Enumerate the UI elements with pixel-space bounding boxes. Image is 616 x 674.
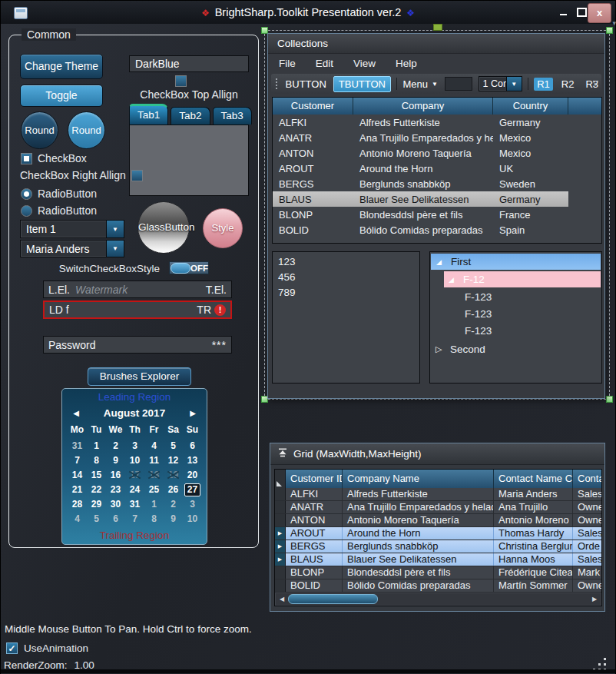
switch-knob[interactable] — [171, 263, 190, 274]
calendar-day[interactable]: 16 — [108, 469, 124, 482]
chevron-down-icon[interactable]: ▼ — [106, 221, 124, 237]
tree-item-leaf[interactable]: F-123 — [459, 323, 492, 339]
calendar-day[interactable]: 11 — [146, 454, 162, 467]
calendar-day[interactable]: 31 — [127, 498, 143, 511]
table-row[interactable]: ANTONAntonio Moreno TaqueríaMexico — [273, 145, 568, 161]
column-header-customer-id[interactable]: Customer ID — [286, 470, 343, 488]
selection-anchor-handle[interactable] — [433, 24, 442, 31]
calendar-day[interactable]: 26 — [165, 483, 181, 496]
calendar-day[interactable]: 13 — [184, 454, 200, 467]
calendar-day[interactable]: 25 — [146, 483, 162, 496]
calendar-day[interactable]: 3 — [184, 498, 200, 511]
table-row[interactable]: BLONPBlondesddsl père et filsFrédérique … — [275, 566, 601, 579]
calendar-day[interactable]: 5 — [165, 440, 181, 453]
calendar-day[interactable]: 8 — [88, 454, 104, 467]
table-row[interactable]: ▶BLAUSBlauer See DelikatessenHanna MoosS… — [275, 553, 601, 566]
menu-item-view[interactable]: View — [353, 58, 376, 69]
list-item[interactable]: 123 — [273, 254, 419, 270]
change-theme-button[interactable]: Change Theme — [20, 54, 103, 79]
tab-tab3[interactable]: Tab3 — [213, 107, 252, 125]
toolbar-radio-r1[interactable]: R1 — [534, 78, 553, 91]
password-field[interactable]: Password *** — [43, 336, 232, 354]
row-header[interactable] — [275, 579, 286, 592]
collections-window-title[interactable]: Collections — [268, 34, 604, 54]
column-header-company-name[interactable]: Company Name — [343, 470, 494, 488]
table-row[interactable]: AROUTAround the HornUK — [273, 161, 568, 176]
calendar-day[interactable]: 21 — [69, 483, 85, 496]
chevron-down-icon[interactable]: ▼ — [106, 241, 124, 257]
tree-item-leaf[interactable]: F-123 — [459, 306, 492, 322]
round-button-dark[interactable]: Round — [21, 111, 58, 149]
toolbar-menu-button[interactable]: Menu ▼ — [402, 78, 437, 90]
maximize-button[interactable] — [574, 5, 589, 20]
selection-handle-top-right[interactable] — [606, 27, 613, 34]
calendar-day[interactable]: 29 — [88, 498, 104, 511]
calendar-day[interactable]: 10 — [184, 513, 200, 526]
toolbar-grip[interactable] — [276, 78, 279, 89]
row-header[interactable]: ▶ — [275, 553, 286, 566]
toolbar-radio-r2[interactable]: R2 — [558, 78, 578, 91]
toolbar-button[interactable]: BUTTON — [286, 78, 326, 90]
table-row[interactable]: ALFKIAlfreds FutterkisteGermany — [273, 115, 568, 130]
tab-tab2[interactable]: Tab2 — [171, 107, 210, 125]
close-button[interactable]: x — [588, 3, 611, 23]
table-row[interactable]: ▶BERGSBerglunds snabbköpChristina Berglu… — [275, 540, 601, 553]
calendar-day[interactable]: 24 — [127, 483, 143, 496]
use-animation-checkbox[interactable]: ✓ UseAnimation — [6, 642, 88, 654]
calendar-day[interactable]: 31 — [69, 440, 85, 453]
chevron-down-icon[interactable]: ▼ — [506, 77, 522, 91]
minimize-button[interactable] — [555, 5, 571, 20]
row-header[interactable] — [275, 566, 286, 579]
table-row[interactable]: ALFKIAlfreds FutterkisteMaria AndersSale… — [275, 488, 601, 501]
calendar-day[interactable]: 30 — [108, 498, 124, 511]
column-header-contact-name-cn[interactable]: Contact Name CN — [494, 470, 573, 488]
horizontal-scrollbar[interactable]: ◀ ▶ — [276, 593, 601, 605]
radio-button-2[interactable]: RadioButton — [21, 204, 97, 217]
calendar-day[interactable]: 4 — [69, 513, 85, 526]
selection-handle-bottom-right[interactable] — [606, 396, 613, 403]
collapsed-icon[interactable]: ▷ — [436, 344, 445, 354]
calendar-day[interactable]: 3 — [127, 440, 143, 453]
column-header-country[interactable]: Country — [493, 98, 568, 115]
calendar-day[interactable]: 12 — [165, 454, 181, 467]
checkbox-right-align[interactable]: CheckBox Right Allign — [20, 169, 143, 181]
combo-item[interactable]: Item 1 ▼ — [20, 220, 124, 238]
glass-button[interactable]: GlassButton — [137, 201, 190, 254]
calendar-next-button[interactable]: ▶ — [182, 409, 204, 417]
row-header[interactable]: ▶ — [275, 527, 286, 540]
tree-item-leaf[interactable]: F-123 — [459, 289, 492, 305]
pin-icon[interactable] — [278, 448, 287, 460]
menu-item-file[interactable]: File — [279, 58, 296, 69]
calendar-day[interactable]: 22 — [88, 483, 104, 496]
calendar-day[interactable]: 10 — [127, 454, 143, 467]
toolbar-textbox[interactable] — [445, 77, 472, 91]
calendar-day[interactable]: 9 — [165, 513, 181, 526]
theme-name-field[interactable]: DarkBlue — [129, 55, 249, 72]
scroll-left-arrow[interactable]: ◀ — [276, 596, 288, 603]
title-bar[interactable]: ❖BrightSharp.Toolkit Presentation ver.2❖… — [1, 1, 615, 25]
calendar-day[interactable]: 7 — [127, 513, 143, 526]
toggle-button[interactable]: Toggle — [20, 85, 103, 107]
calendar-day[interactable]: 5 — [88, 513, 104, 526]
round-button-light[interactable]: Round — [68, 111, 105, 149]
calendar-day[interactable]: 14 — [69, 469, 85, 482]
row-header[interactable]: ▶ — [275, 540, 286, 553]
combo-customer[interactable]: Maria Anders ▼ — [20, 240, 124, 257]
table-row[interactable]: ANATRAna Trujillo Emparedados y heladosA… — [275, 501, 601, 514]
table-row[interactable]: ANATRAna Trujillo Emparedados y helaMexi… — [273, 130, 568, 145]
checkbox-main[interactable]: CheckBox — [21, 152, 87, 164]
column-header-company[interactable]: Company — [353, 98, 493, 115]
table-row[interactable]: ▶AROUTAround the HornThomas HardySales — [275, 527, 601, 540]
calendar-day[interactable]: 1 — [146, 498, 162, 511]
calendar-day[interactable]: 27 — [184, 483, 200, 496]
calendar-month-title[interactable]: August 2017 — [87, 407, 182, 419]
calendar-day[interactable]: 20 — [184, 469, 200, 482]
watermark-textbox[interactable]: L.El. Watermark T.El. — [43, 281, 232, 298]
tree-item-first[interactable]: ◢ First — [431, 254, 601, 270]
table-row[interactable]: BERGSBerglunds snabbköpSweden — [273, 176, 568, 191]
style-button[interactable]: Style — [203, 208, 243, 248]
row-header[interactable] — [275, 501, 286, 513]
select-all-corner[interactable] — [275, 470, 286, 488]
calendar-day[interactable]: 6 — [108, 513, 124, 526]
calendar-day[interactable]: 23 — [108, 483, 124, 496]
